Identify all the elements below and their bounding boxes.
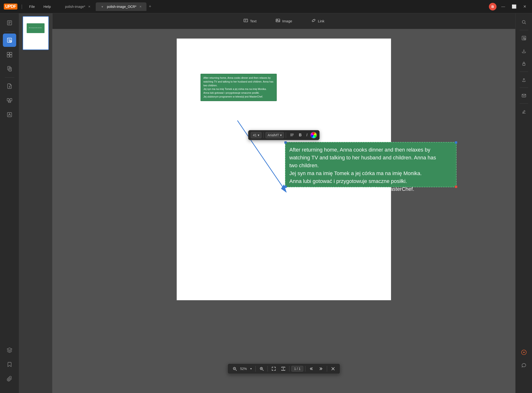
link-tool-label: Link xyxy=(318,19,325,23)
tab-bar: polish-image* ✕ ▾ polish-image_OCR* ✕ + xyxy=(61,2,486,11)
link-tool-icon xyxy=(311,18,316,24)
tab-polish-image[interactable]: polish-image* ✕ xyxy=(61,3,95,10)
text-preview-box: After returning home, Anna cooks dinner … xyxy=(201,74,277,101)
thumbnail-text-content: After returning home, Anna cooks dinner.… xyxy=(28,27,43,29)
svg-rect-12 xyxy=(10,55,12,57)
page-thumbnail-1[interactable]: After returning home, Anna cooks dinner.… xyxy=(23,16,49,50)
svg-line-36 xyxy=(236,370,236,371)
menu-file[interactable]: File xyxy=(26,4,38,10)
minimize-button[interactable]: — xyxy=(499,4,507,10)
svg-rect-19 xyxy=(10,98,12,101)
zoom-in-button[interactable] xyxy=(258,366,266,372)
content-area: Text Image xyxy=(52,13,515,393)
resize-handle-top-left[interactable] xyxy=(284,141,287,144)
fit-page-button[interactable] xyxy=(270,366,278,372)
font-name-select[interactable]: ArialMT ▾ xyxy=(266,132,284,138)
svg-rect-21 xyxy=(8,101,11,103)
align-button[interactable] xyxy=(288,132,296,138)
bottom-toolbar-divider-5 xyxy=(327,366,327,372)
share-right-icon[interactable] xyxy=(518,74,530,86)
toolbar-divider-2 xyxy=(286,132,286,138)
sidebar-bottom-icons xyxy=(3,344,16,390)
svg-line-40 xyxy=(263,370,264,371)
italic-button[interactable]: I xyxy=(304,132,309,138)
image-tool-button[interactable]: Image xyxy=(271,16,297,26)
tab-close-2[interactable]: ✕ xyxy=(138,5,143,9)
main-text-box[interactable]: After returning home, Anna cooks dinner … xyxy=(285,142,457,187)
next-page-button[interactable] xyxy=(317,366,325,372)
titlebar-actions: B — ⬜ ✕ xyxy=(489,3,528,10)
bottom-toolbar: 52% ▾ xyxy=(227,364,340,374)
sidebar-sep-2 xyxy=(5,77,14,78)
close-view-button[interactable] xyxy=(329,366,337,372)
search-panel-icon[interactable] xyxy=(518,16,530,28)
resize-handle-bottom-right[interactable] xyxy=(455,186,457,188)
menu-help[interactable]: Help xyxy=(40,4,54,10)
doc-page[interactable]: After returning home, Anna cooks dinner … xyxy=(177,39,391,300)
svg-rect-9 xyxy=(7,52,9,54)
app-logo: UPDF xyxy=(4,4,17,10)
protect-right-icon[interactable] xyxy=(518,58,530,70)
layers-icon[interactable] xyxy=(3,344,16,357)
svg-rect-10 xyxy=(10,52,12,54)
watermark-icon[interactable] xyxy=(3,108,16,121)
font-name-dropdown-icon: ▾ xyxy=(280,133,282,137)
page-container: After returning home, Anna cooks dinner … xyxy=(177,39,391,383)
close-button[interactable]: ✕ xyxy=(521,3,528,10)
page-edit-icon[interactable] xyxy=(3,62,16,75)
tab-polish-image-ocr[interactable]: ▾ polish-image_OCR* ✕ xyxy=(96,2,146,11)
link-tool-button[interactable]: Link xyxy=(306,16,329,26)
right-sidebar xyxy=(515,13,532,393)
right-sidebar-bottom xyxy=(518,346,530,390)
ocr-right-icon[interactable] xyxy=(518,32,530,44)
tab-dropdown-icon[interactable]: ▾ xyxy=(100,4,105,10)
text-tool-button[interactable]: Text xyxy=(239,16,261,26)
color-picker-button[interactable] xyxy=(310,132,317,138)
doc-canvas[interactable]: After returning home, Anna cooks dinner … xyxy=(52,29,515,393)
prev-page-button[interactable] xyxy=(307,366,316,372)
font-size-select[interactable]: 41 ▾ xyxy=(251,132,261,138)
mail-right-icon[interactable] xyxy=(518,90,530,102)
sidebar-sep-1 xyxy=(5,31,14,32)
attachment-icon[interactable] xyxy=(3,372,16,385)
tab-add-button[interactable]: + xyxy=(147,3,153,10)
format-toolbar: 41 ▾ ArialMT ▾ xyxy=(248,130,320,140)
edit-mode-icon[interactable] xyxy=(3,34,16,47)
merge-icon[interactable] xyxy=(3,94,16,107)
resize-handle-bottom-left[interactable] xyxy=(284,186,287,188)
page-thumbnail-icon[interactable] xyxy=(3,48,16,61)
zoom-dropdown-icon: ▾ xyxy=(250,367,252,370)
tab-close-1[interactable]: ✕ xyxy=(87,5,91,9)
page-number-input[interactable] xyxy=(291,366,303,372)
main-text-content: After returning home, Anna cooks dinner … xyxy=(289,146,452,193)
user-avatar[interactable]: B xyxy=(489,3,497,10)
fit-width-button[interactable] xyxy=(279,366,287,372)
svg-rect-52 xyxy=(523,64,525,65)
titlebar: UPDF | File Help polish-image* ✕ ▾ polis… xyxy=(0,0,532,13)
svg-rect-27 xyxy=(276,19,280,22)
toolbar-divider-1 xyxy=(263,132,264,138)
svg-rect-8 xyxy=(10,41,11,42)
svg-point-44 xyxy=(522,20,525,23)
left-sidebar xyxy=(0,13,19,393)
bold-button[interactable]: B xyxy=(297,132,304,138)
zoom-out-button[interactable] xyxy=(231,366,239,372)
zoom-dropdown-button[interactable]: ▾ xyxy=(248,366,254,371)
image-tool-icon xyxy=(276,18,280,24)
text-tool-icon xyxy=(243,18,248,24)
right-sep-4 xyxy=(520,103,528,104)
import-right-icon[interactable] xyxy=(518,45,530,57)
right-sep-1 xyxy=(520,30,528,30)
convert-icon[interactable] xyxy=(3,79,16,93)
ai-assistant-icon[interactable] xyxy=(518,346,530,358)
text-tool-label: Text xyxy=(250,19,257,23)
bottom-toolbar-divider-1 xyxy=(256,366,256,372)
bookmark-icon[interactable] xyxy=(3,358,16,371)
sign-right-icon[interactable] xyxy=(518,106,530,118)
reader-mode-icon[interactable] xyxy=(3,16,16,29)
font-size-value: 41 xyxy=(253,133,257,137)
font-size-dropdown-icon: ▾ xyxy=(258,133,259,137)
resize-handle-top-right[interactable] xyxy=(455,141,457,144)
maximize-button[interactable]: ⬜ xyxy=(510,3,518,10)
chat-right-icon[interactable] xyxy=(518,359,530,371)
